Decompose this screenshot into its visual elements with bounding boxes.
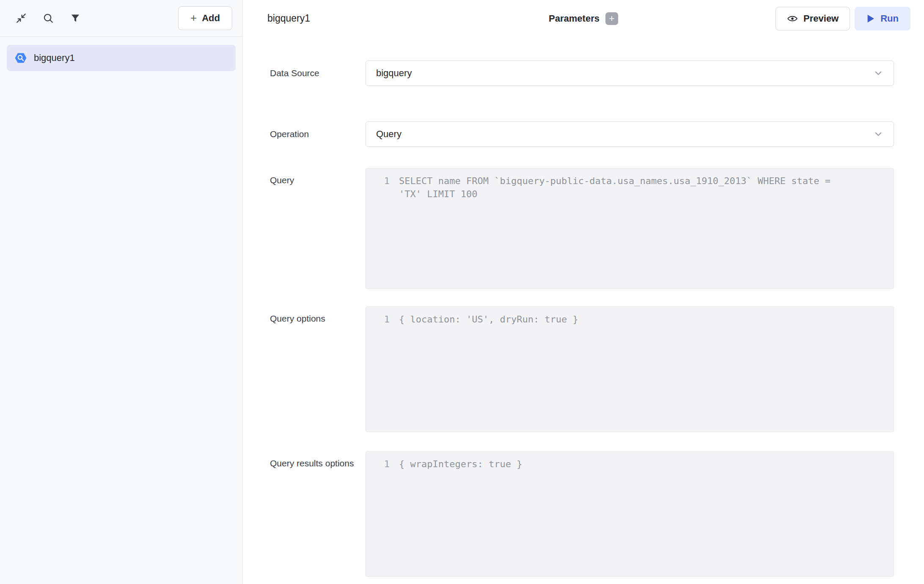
- add-button-label: Add: [202, 13, 220, 24]
- bigquery-icon: [14, 52, 27, 64]
- query-editor-panel: bigquery1 Parameters + Preview: [243, 0, 924, 584]
- query-options-code-text: { location: 'US', dryRun: true }: [399, 313, 578, 432]
- query-results-options-row: Query results options 1 { wrapIntegers: …: [270, 451, 894, 577]
- data-source-row: Data Source bigquery: [270, 61, 894, 86]
- query-options-label: Query options: [270, 306, 355, 325]
- preview-button[interactable]: Preview: [776, 7, 850, 30]
- query-form: Data Source bigquery Operation: [243, 37, 924, 584]
- query-title: bigquery1: [267, 13, 310, 24]
- collapse-panel-button[interactable]: [13, 10, 30, 27]
- query-list-item-bigquery1[interactable]: bigquery1: [7, 45, 236, 71]
- query-sidebar: + Add bigquery1: [0, 0, 243, 584]
- search-button[interactable]: [40, 10, 57, 27]
- query-label: Query: [270, 168, 355, 186]
- chevron-down-icon: [873, 68, 883, 78]
- operation-select[interactable]: Query: [366, 121, 894, 147]
- parameters-label: Parameters: [549, 13, 600, 24]
- run-button-label: Run: [880, 13, 899, 24]
- query-item-label: bigquery1: [34, 52, 75, 63]
- plus-icon: +: [190, 12, 197, 23]
- parameters-group: Parameters +: [549, 0, 618, 37]
- run-button[interactable]: Run: [855, 7, 910, 30]
- query-options-editor[interactable]: 1 { location: 'US', dryRun: true }: [366, 306, 894, 432]
- plus-icon: +: [609, 14, 615, 23]
- chevron-down-icon: [873, 129, 883, 139]
- query-results-options-editor[interactable]: 1 { wrapIntegers: true }: [366, 451, 894, 577]
- data-source-value: bigquery: [376, 68, 412, 79]
- line-number: 1: [366, 174, 390, 289]
- query-editor-header: bigquery1 Parameters + Preview: [243, 0, 924, 37]
- query-row: Query 1 SELECT name FROM `bigquery-publi…: [270, 168, 894, 289]
- query-code-editor[interactable]: 1 SELECT name FROM `bigquery-public-data…: [366, 168, 894, 289]
- play-icon: [866, 14, 875, 23]
- operation-value: Query: [376, 129, 402, 140]
- data-source-select[interactable]: bigquery: [366, 61, 894, 86]
- line-number: 1: [366, 313, 390, 432]
- app-window: + Add bigquery1 bigquery1 Parame: [0, 0, 924, 584]
- search-icon: [42, 12, 54, 24]
- query-results-options-label: Query results options: [270, 451, 355, 469]
- add-query-button[interactable]: + Add: [178, 6, 232, 30]
- add-parameter-button[interactable]: +: [605, 12, 618, 25]
- query-results-options-code-text: { wrapIntegers: true }: [399, 457, 522, 576]
- query-code-text: SELECT name FROM `bigquery-public-data.u…: [399, 174, 847, 289]
- query-list: bigquery1: [0, 37, 242, 79]
- data-source-label: Data Source: [270, 67, 355, 79]
- query-options-row: Query options 1 { location: 'US', dryRun…: [270, 306, 894, 432]
- eye-icon: [787, 14, 798, 23]
- sidebar-toolbar: + Add: [0, 0, 242, 37]
- operation-row: Operation Query: [270, 121, 894, 147]
- preview-button-label: Preview: [803, 13, 839, 24]
- header-actions: Preview Run: [776, 7, 910, 30]
- filter-button[interactable]: [67, 10, 84, 27]
- filter-icon: [70, 13, 81, 24]
- line-number: 1: [366, 457, 390, 576]
- operation-label: Operation: [270, 128, 355, 140]
- collapse-icon: [15, 12, 27, 24]
